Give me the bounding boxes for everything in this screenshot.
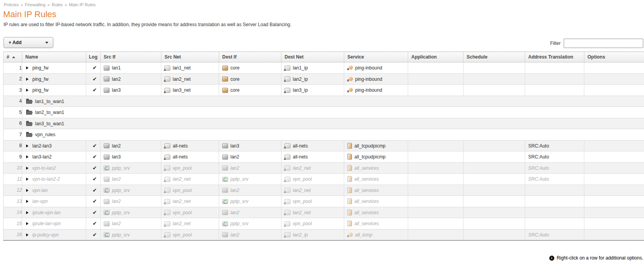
table-row[interactable]: 1ping_fw✔lan1lan1_netcorelan1_ipping-inb… [4,62,644,74]
table-row[interactable]: 12vpn-lan✔pptp_srvvpn_poollan2lan2_netal… [4,185,644,196]
table-row[interactable]: 4lan1_to_wan1 [4,96,644,107]
cell-address-translation [525,207,584,218]
table-row[interactable]: 6lan3_to_wan1 [4,118,644,129]
cell-dest-if: lan2 [219,185,281,196]
group-cell: lan1_to_wan1 [22,96,644,107]
cell-num: 4 [4,96,22,107]
table-row[interactable]: 3ping_fw✔lan3lan3_netcorelan3_ipping-inb… [4,85,644,96]
log-check-icon: ✔ [93,154,97,160]
breadcrumb-item[interactable]: Firewalling [25,2,46,7]
object-name: lan3_ip [293,87,308,93]
table-row[interactable]: 16ip-policy-vpn✔pptp_srvvpn_poollan2lan2… [4,229,644,240]
cell-log: ✔ [86,229,101,240]
table-row[interactable]: 13lan-vpn✔lan2lan2_netpptp_srvvpn_poolal… [4,196,644,207]
column-header-service[interactable]: Service [344,52,408,62]
column-header-address_translation[interactable]: Address Translation [525,52,584,62]
table-row[interactable]: 14iprule-vpn-lan✔pptp_srvvpn_poollan2lan… [4,207,644,218]
column-header-src_net[interactable]: Src Net [161,52,219,62]
cell-schedule [464,162,525,174]
service4-icon [347,233,353,237]
cell-address-translation [525,185,584,196]
table-row[interactable]: 10vpn-to-lan2✔pptp_srvvpn_poollan2lan2_n… [4,162,644,174]
breadcrumb-item[interactable]: Main IP Rules [69,2,96,7]
expand-arrow-icon[interactable] [26,233,28,236]
network4-icon [165,165,170,171]
cell-dest-if: lan3 [219,140,281,151]
cell-log: ✔ [86,174,101,185]
column-header-label: Src If [104,54,115,60]
interface-icon [222,143,228,148]
rule-name: iprule-vpn-lan [32,210,61,215]
cell-application [408,62,464,74]
cell-schedule [464,207,525,218]
group-name: lan3_to_wan1 [35,121,64,126]
cell-name: ping_fw [22,85,86,96]
column-header-log[interactable]: Log [86,52,101,62]
cell-num: 14 [4,207,22,218]
column-header-dest_net[interactable]: Dest Net [281,52,344,62]
table-row[interactable]: 5lan2_to_wan1 [4,107,644,118]
column-header-dest_if[interactable]: Dest If [219,52,281,62]
log-check-icon: ✔ [93,210,97,215]
cell-src-net: lan2_net [161,73,219,85]
object-name: lan2_net [293,188,311,193]
table-row[interactable]: 8lan2-lan3✔lan2all-netslan3all-netsall_t… [4,140,644,151]
expand-arrow-icon[interactable] [26,178,28,181]
cell-application [408,229,464,240]
expand-arrow-icon[interactable] [26,222,28,225]
expand-arrow-icon[interactable] [26,155,28,158]
interface-icon [222,232,228,237]
object-name: lan2_net [293,165,311,171]
network4-icon [285,199,290,204]
sort-asc-icon [12,56,15,58]
cell-log: ✔ [86,162,101,174]
column-header-label: Dest Net [285,54,304,60]
cell-name: iprule-lan-vpn [22,218,86,229]
cell-schedule [464,218,525,229]
table-row[interactable]: 9lan3-lan2✔lan3all-netslan2all-netsall_t… [4,151,644,163]
table-row[interactable]: 11vpn-to-lan2-2✔lan2lan2_netpptp_srvvpn_… [4,174,644,185]
expand-arrow-icon[interactable] [26,78,28,81]
table-row[interactable]: 15iprule-lan-vpn✔lan2lan2_netpptp_srvvpn… [4,218,644,229]
cell-service: ping-inbound [344,73,408,85]
cell-num: 13 [4,196,22,207]
network4-icon [165,177,170,182]
add-button[interactable]: + Add [4,37,53,48]
cell-dest-net: vpn_pool [281,174,344,185]
expand-arrow-icon[interactable] [26,167,28,170]
cell-src-if: lan2 [101,218,161,229]
cell-address-translation [525,85,584,96]
folder-icon [26,122,32,126]
breadcrumb-item[interactable]: Rules [52,2,63,7]
expand-arrow-icon[interactable] [26,211,28,214]
expand-arrow-icon[interactable] [26,144,28,148]
rule-name: lan2-lan3 [32,143,51,149]
expand-arrow-icon[interactable] [26,66,28,69]
column-header-options[interactable]: Options [584,52,644,62]
table-row[interactable]: 7vpn_rules [4,129,644,140]
column-header-schedule[interactable]: Schedule [464,52,525,62]
object-name: lan2 [230,232,239,238]
object-name: lan1_net [173,65,191,71]
filter-input[interactable] [564,39,643,48]
cell-options [584,218,644,229]
cell-dest-if: lan2 [219,151,281,163]
column-header-num[interactable]: # [4,52,22,62]
cell-options [584,85,644,96]
column-header-name[interactable]: Name [22,52,86,62]
cell-num: 1 [4,62,22,74]
breadcrumb-item[interactable]: Policies [4,2,19,7]
table-row[interactable]: 2ping_fw✔lan2lan2_netcorelan2_ipping-inb… [4,73,644,85]
expand-arrow-icon[interactable] [26,89,28,92]
column-header-src_if[interactable]: Src If [101,52,161,62]
object-name: ping-inbound [355,87,382,93]
cell-src-if: pptp_srv [101,207,161,218]
cell-options [584,174,644,185]
folder-icon [26,100,32,104]
network4-icon [285,165,290,171]
column-header-application[interactable]: Application [408,52,464,62]
expand-arrow-icon[interactable] [26,189,28,192]
expand-arrow-icon[interactable] [26,200,28,203]
cell-dest-net: lan2_net [281,207,344,218]
object-name: all_services [354,221,379,226]
